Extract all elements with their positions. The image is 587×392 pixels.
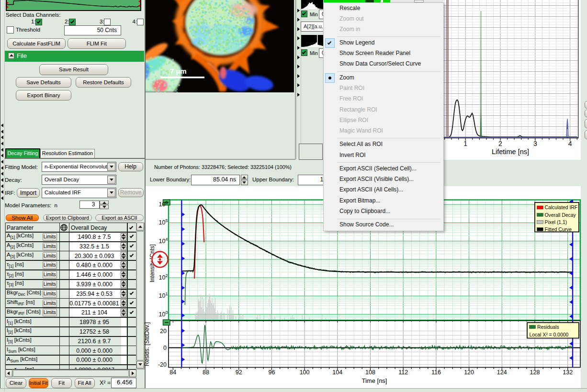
svg-text:92: 92 — [236, 369, 242, 376]
svg-text:96: 96 — [268, 369, 275, 376]
svg-text:128: 128 — [530, 369, 540, 376]
svg-text:Time [ns]: Time [ns] — [362, 377, 387, 384]
svg-text:20: 20 — [160, 328, 167, 335]
svg-text:4: 4 — [166, 237, 168, 242]
svg-text:-20: -20 — [158, 361, 167, 368]
svg-text:6: 6 — [166, 200, 168, 205]
svg-text:112: 112 — [398, 369, 408, 376]
svg-text:10: 10 — [159, 238, 166, 245]
svg-text:132: 132 — [563, 369, 573, 376]
svg-text:Pixel (1,1): Pixel (1,1) — [545, 220, 567, 225]
svg-text:2: 2 — [166, 273, 168, 278]
svg-text:108: 108 — [365, 369, 375, 376]
svg-text:124: 124 — [497, 369, 507, 376]
svg-text:100: 100 — [300, 369, 310, 376]
svg-text:10: 10 — [159, 201, 166, 208]
svg-text:5: 5 — [166, 218, 168, 223]
svg-text:104: 104 — [332, 369, 342, 376]
svg-text:88: 88 — [203, 369, 209, 376]
svg-text:0: 0 — [163, 345, 167, 351]
svg-text:10: 10 — [159, 219, 166, 226]
svg-text:1: 1 — [166, 291, 168, 296]
svg-text:Resids. [StdDev.]: Resids. [StdDev.] — [144, 322, 150, 366]
svg-text:Fitted Curve: Fitted Curve — [545, 227, 572, 232]
svg-text:Residuals: Residuals — [537, 325, 559, 330]
svg-text:0: 0 — [166, 310, 168, 315]
svg-text:120: 120 — [464, 369, 474, 376]
svg-text:84: 84 — [169, 369, 176, 376]
svg-text:Local X² = 0.0000: Local X² = 0.0000 — [530, 332, 569, 337]
svg-text:116: 116 — [431, 369, 441, 376]
svg-text:10: 10 — [159, 311, 166, 318]
svg-text:Overall Decay: Overall Decay — [545, 213, 576, 218]
svg-text:10: 10 — [159, 292, 166, 299]
svg-text:10: 10 — [159, 274, 166, 281]
svg-text:Calculated IRF: Calculated IRF — [545, 205, 578, 210]
